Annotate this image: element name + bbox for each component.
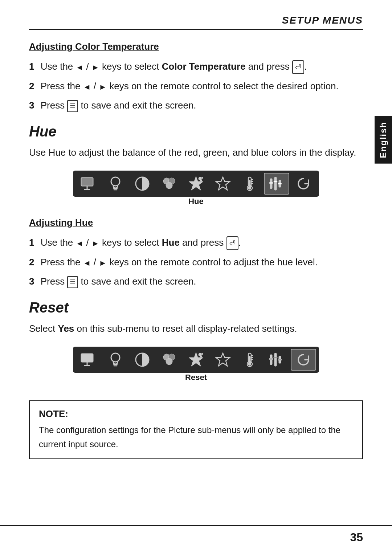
header-line — [29, 29, 363, 30]
svg-point-19 — [248, 187, 251, 189]
color-temp-section: Adjusting Color Temperature 1 Use the ◄ … — [29, 41, 363, 113]
color-temp-step-2: 2 Press the ◄ / ► keys on the remote con… — [29, 79, 363, 93]
menu-button-icon: ☰ — [67, 276, 78, 288]
svg-rect-17 — [249, 180, 250, 186]
hue-steps: 1 Use the ◄ / ► keys to select Hue and p… — [29, 236, 363, 289]
menu-icon-reset — [291, 173, 316, 195]
reset-section: Reset Select Yes on this sub-menu to res… — [29, 299, 363, 389]
svg-point-14 — [201, 177, 203, 179]
menu-icon-thermometer — [237, 173, 262, 195]
menu-icon-color — [156, 173, 182, 195]
svg-rect-28 — [278, 183, 282, 184]
menu-icon-star1-2 — [183, 349, 209, 371]
adjusting-hue-section: Adjusting Hue 1 Use the ◄ / ► keys to se… — [29, 217, 363, 289]
svg-point-43 — [201, 353, 203, 355]
hue-section: Hue Use Hue to adjust the balance of the… — [29, 123, 363, 289]
menu-icon-star2 — [210, 173, 236, 195]
note-title: NOTE: — [39, 408, 353, 420]
arrow-left-icon: ◄ — [76, 237, 84, 249]
color-temp-title: Adjusting Color Temperature — [29, 41, 363, 52]
adjusting-hue-title: Adjusting Hue — [29, 217, 363, 228]
arrow-right-icon: ► — [91, 237, 99, 249]
reset-menu-label: Reset — [185, 373, 207, 382]
svg-rect-24 — [274, 177, 277, 190]
menu-icon-star2-2 — [210, 349, 236, 371]
svg-point-13 — [200, 180, 202, 181]
svg-rect-1 — [81, 178, 93, 186]
color-temp-step-3: 3 Press ☰ to save and exit the screen. — [29, 98, 363, 113]
note-box: NOTE: The configuration settings for the… — [29, 400, 363, 459]
hue-step-3: 3 Press ☰ to save and exit the screen. — [29, 274, 363, 289]
hue-description: Use Hue to adjust the balance of the red… — [29, 146, 363, 160]
english-tab: English — [375, 116, 392, 164]
enter-button-icon: ⏎ — [226, 236, 238, 250]
svg-marker-44 — [216, 353, 230, 366]
menu-icon-hue-active — [264, 173, 289, 195]
svg-rect-27 — [274, 181, 277, 182]
svg-rect-46 — [249, 356, 250, 362]
svg-point-42 — [200, 356, 202, 358]
svg-rect-56 — [274, 357, 277, 358]
svg-point-39 — [166, 358, 172, 365]
reset-menu-strip — [73, 347, 319, 373]
menu-icon-contrast-2 — [130, 349, 155, 371]
hue-title: Hue — [29, 123, 363, 140]
menu-icon-color-2 — [156, 349, 182, 371]
color-temp-step-1: 1 Use the ◄ / ► keys to select Color Tem… — [29, 60, 363, 74]
svg-rect-55 — [269, 358, 273, 360]
bottom-line — [0, 525, 392, 526]
menu-icon-thermometer-2 — [237, 349, 262, 371]
main-content: Adjusting Color Temperature 1 Use the ◄ … — [0, 41, 392, 459]
arrow-right-icon: ► — [99, 81, 107, 93]
color-temp-steps: 1 Use the ◄ / ► keys to select Color Tem… — [29, 60, 363, 113]
enter-button-icon: ⏎ — [292, 60, 304, 74]
arrow-left-icon: ◄ — [76, 61, 84, 73]
menu-icon-bulb-2 — [103, 349, 128, 371]
svg-point-33 — [111, 353, 120, 362]
hue-menu-strip-container: Hue — [29, 171, 363, 213]
arrow-right-icon: ► — [99, 257, 107, 269]
menu-icon-star1 — [183, 173, 209, 195]
hue-menu-label: Hue — [188, 197, 204, 206]
svg-point-48 — [248, 363, 251, 366]
header-area: SETUP MENUS — [0, 0, 392, 30]
reset-menu-strip-container: Reset — [29, 347, 363, 389]
note-text: The configuration settings for the Pictu… — [39, 423, 353, 451]
svg-marker-15 — [216, 177, 230, 190]
hue-step-1: 1 Use the ◄ / ► keys to select Hue and p… — [29, 236, 363, 250]
page-number: 35 — [350, 531, 363, 544]
arrow-left-icon: ◄ — [83, 81, 91, 93]
arrow-right-icon: ► — [91, 61, 99, 73]
svg-rect-26 — [269, 182, 273, 184]
page-container: English SETUP MENUS Adjusting Color Temp… — [0, 0, 392, 555]
svg-rect-53 — [274, 353, 277, 366]
svg-rect-57 — [278, 359, 282, 360]
menu-icon-contrast — [130, 173, 155, 195]
reset-title: Reset — [29, 299, 363, 316]
svg-point-10 — [166, 182, 172, 189]
arrow-left-icon: ◄ — [83, 257, 91, 269]
menu-icon-display-2 — [76, 349, 101, 371]
svg-point-4 — [111, 177, 120, 186]
menu-icon-bulb — [103, 173, 128, 195]
menu-icon-equalizer-2 — [264, 349, 289, 371]
header-title: SETUP MENUS — [29, 15, 363, 26]
menu-icon-display — [76, 173, 101, 195]
hue-menu-strip — [73, 171, 319, 197]
reset-description: Select Yes on this sub-menu to reset all… — [29, 322, 363, 336]
menu-icon-reset-active — [291, 349, 316, 371]
menu-button-icon: ☰ — [67, 100, 78, 112]
svg-rect-30 — [81, 354, 93, 362]
hue-step-2: 2 Press the ◄ / ► keys on the remote con… — [29, 255, 363, 269]
